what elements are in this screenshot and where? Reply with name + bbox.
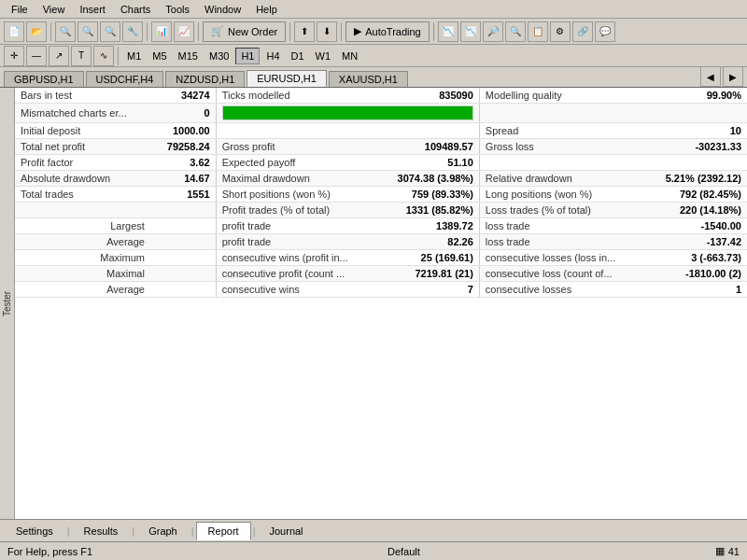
label-abs-drawdown: Absolute drawdown [15, 171, 152, 187]
tf-mn[interactable]: MN [337, 49, 362, 63]
value-maximal-loss: -1810.00 (2) [645, 266, 747, 282]
toolbar-btn-10[interactable]: ⬇ [317, 21, 337, 42]
toolbar-btn-16[interactable]: ⚙ [550, 21, 571, 42]
autotrading-button[interactable]: ▶ AutoTrading [345, 21, 430, 42]
tf-m30[interactable]: M30 [204, 49, 233, 63]
chart-tab-prev[interactable]: ◀ [700, 66, 721, 87]
quality-bar-container [222, 105, 473, 120]
chart-tabs: GBPUSD,H1 USDCHF,H4 NZDUSD,H1 EURUSD,H1 … [0, 67, 747, 88]
menu-window[interactable]: Window [197, 2, 248, 17]
table-row: Total trades 1551 Short positions (won %… [15, 187, 747, 203]
toolbar-separator-3 [198, 22, 199, 41]
toolbar-wave[interactable]: ∿ [93, 46, 114, 66]
value-maximal-profit: 7219.81 (21) [377, 266, 480, 282]
toolbar-btn-6[interactable]: 🔧 [122, 21, 143, 42]
table-row: Profit factor 3.62 Expected payoff 51.10 [15, 155, 747, 171]
label-avg-consec-losses: consecutive losses [479, 282, 645, 298]
toolbar-btn-9[interactable]: ⬆ [294, 21, 315, 42]
toolbar-btn-18[interactable]: 💬 [595, 21, 615, 42]
toolbar: 📄 📂 🔍 🔍 🔍 🔧 📊 📈 🛒 New Order ⬆ ⬇ ▶ AutoTr… [0, 19, 747, 45]
label-long-positions: Long positions (won %) [479, 187, 645, 203]
new-order-button[interactable]: 🛒 New Order [203, 21, 286, 42]
value-expected-payoff: 51.10 [377, 155, 480, 171]
tf-h4[interactable]: H4 [261, 49, 284, 63]
empty-cell-8 [152, 203, 216, 218]
toolbar-btn-13[interactable]: 🔎 [483, 21, 503, 42]
autotrading-label: AutoTrading [365, 26, 421, 37]
toolbar-btn-11[interactable]: 📉 [438, 21, 458, 42]
chart-tab-next[interactable]: ▶ [723, 66, 743, 87]
menu-insert[interactable]: Insert [72, 2, 113, 17]
label-maximal: Maximal [15, 266, 152, 282]
table-row: Average profit trade 82.26 loss trade -1… [15, 234, 747, 250]
label-ticks-modelled: Ticks modelled [216, 88, 377, 104]
toolbar-btn-2[interactable]: 📂 [26, 21, 47, 42]
toolbar-line[interactable]: — [26, 46, 47, 66]
tf-m5[interactable]: M5 [148, 49, 171, 63]
toolbar-btn-1[interactable]: 📄 [4, 21, 24, 42]
tab-graph[interactable]: Graph [136, 522, 190, 540]
chart-tab-nzdusd[interactable]: NZDUSD,H1 [165, 71, 245, 87]
toolbar-cross[interactable]: ✛ [4, 46, 24, 66]
toolbar-btn-8[interactable]: 📈 [174, 21, 194, 42]
table-row: Maximum consecutive wins (profit in... 2… [15, 250, 747, 266]
label-avg-consec-wins: consecutive wins [216, 282, 377, 298]
empty-cell-3 [216, 123, 377, 139]
menu-file[interactable]: File [4, 2, 35, 17]
tab-results[interactable]: Results [72, 522, 131, 540]
value-short-positions: 759 (89.33%) [377, 187, 480, 203]
toolbar-text[interactable]: T [71, 46, 92, 66]
toolbar-arrow[interactable]: ↗ [49, 46, 69, 66]
tf-m1[interactable]: M1 [122, 49, 146, 63]
chart-tab-xauusd[interactable]: XAUUSD,H1 [329, 71, 408, 87]
menu-bar: File View Insert Charts Tools Window Hel… [0, 0, 747, 19]
label-maximum: Maximum [15, 250, 152, 266]
label-loss-trades: Loss trades (% of total) [479, 203, 645, 218]
toolbar-btn-14[interactable]: 🔍 [505, 21, 526, 42]
label-average: Average [15, 234, 152, 250]
value-mismatched: 0 [152, 104, 216, 123]
value-ticks-modelled: 835090 [377, 88, 480, 104]
tf-m15[interactable]: M15 [174, 49, 203, 63]
label-largest-loss: loss trade [479, 218, 645, 234]
toolbar-btn-4[interactable]: 🔍 [78, 21, 98, 42]
toolbar-btn-3[interactable]: 🔍 [55, 21, 76, 42]
table-row: Initial deposit 1000.00 Spread 10 [15, 123, 747, 139]
table-row: Average consecutive wins 7 consecutive l… [15, 282, 747, 298]
label-max-consec-losses: consecutive losses (loss in... [479, 250, 645, 266]
toolbar-btn-15[interactable]: 📋 [528, 21, 548, 42]
toolbar-separator-5 [341, 22, 342, 41]
value-profit-trades: 1331 (85.82%) [377, 203, 480, 218]
chart-tab-gbpusd[interactable]: GBPUSD,H1 [4, 71, 84, 87]
toolbar-btn-7[interactable]: 📊 [151, 21, 172, 42]
chart-tab-eurusd[interactable]: EURUSD,H1 [247, 70, 327, 87]
label-modelling-quality: Modelling quality [479, 88, 645, 104]
chart-tab-usdchf[interactable]: USDCHF,H4 [86, 71, 164, 87]
menu-charts[interactable]: Charts [113, 2, 158, 17]
value-spread: 10 [645, 123, 747, 139]
menu-help[interactable]: Help [248, 2, 285, 17]
new-order-label: New Order [228, 26, 277, 37]
value-modelling-quality: 99.90% [645, 88, 747, 104]
side-label-text: Tester [2, 290, 12, 315]
value-profit-factor: 3.62 [152, 155, 216, 171]
value-avg-loss: -137.42 [645, 234, 747, 250]
tf-h1[interactable]: H1 [235, 48, 260, 64]
tab-settings[interactable]: Settings [4, 522, 65, 540]
empty-cell-10 [152, 234, 216, 250]
toolbar-btn-5[interactable]: 🔍 [100, 21, 120, 42]
tab-report[interactable]: Report [196, 522, 251, 540]
label-spread: Spread [479, 123, 645, 139]
toolbar-btn-12[interactable]: 📉 [460, 21, 481, 42]
side-label: Tester [0, 88, 15, 519]
timeframe-bar: ✛ — ↗ T ∿ M1 M5 M15 M30 H1 H4 D1 W1 MN [0, 45, 747, 67]
toolbar-btn-17[interactable]: 🔗 [572, 21, 593, 42]
tf-w1[interactable]: W1 [311, 49, 336, 63]
menu-tools[interactable]: Tools [158, 2, 197, 17]
table-row: Bars in test 34274 Ticks modelled 835090… [15, 88, 747, 104]
menu-view[interactable]: View [35, 2, 73, 17]
label-mismatched: Mismatched charts er... [15, 104, 152, 123]
table-row: Maximal consecutive profit (count ... 72… [15, 266, 747, 282]
tab-journal[interactable]: Journal [257, 522, 315, 540]
tf-d1[interactable]: D1 [287, 49, 309, 63]
